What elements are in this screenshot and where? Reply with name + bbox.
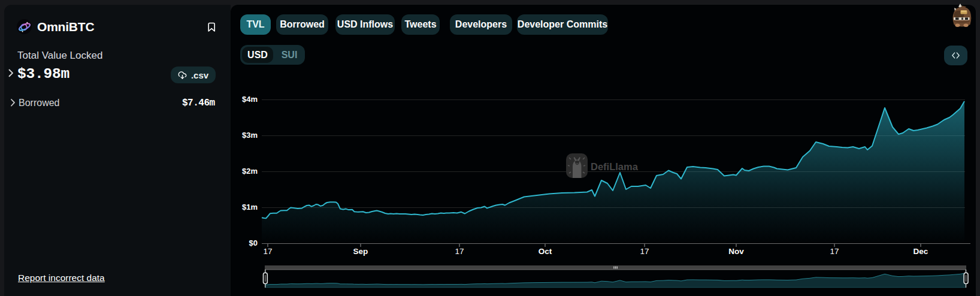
svg-text:17: 17 [830,247,839,256]
svg-text:Oct: Oct [539,247,552,256]
svg-text:17: 17 [640,247,649,256]
svg-text:$0: $0 [249,238,258,247]
svg-text:DefiLlama: DefiLlama [591,161,639,172]
svg-text:$4m: $4m [242,95,258,104]
svg-text:$3m: $3m [242,131,258,140]
svg-text:17: 17 [455,247,464,256]
svg-text:Sep: Sep [353,247,368,256]
svg-text:Dec: Dec [914,247,928,256]
svg-text:$1m: $1m [242,203,258,212]
svg-text:$2m: $2m [242,167,258,176]
svg-text:Nov: Nov [728,247,744,256]
svg-text:17: 17 [263,247,272,256]
